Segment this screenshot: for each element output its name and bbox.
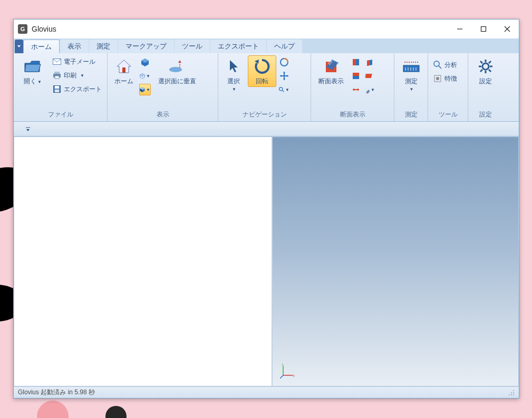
svg-rect-11 (122, 67, 125, 73)
svg-line-37 (489, 70, 491, 72)
pan-button[interactable] (278, 70, 290, 82)
svg-line-38 (489, 61, 491, 63)
svg-rect-9 (55, 86, 59, 89)
section-button[interactable]: 断面表示 (314, 55, 348, 87)
measure-button[interactable]: 測定▼ (398, 55, 424, 94)
rotate-icon (253, 57, 272, 76)
feature-button[interactable]: 特徴 (431, 72, 459, 85)
section-y-button[interactable] (350, 70, 362, 82)
svg-rect-1 (481, 27, 486, 32)
open-label: 開く (24, 77, 36, 85)
svg-point-30 (436, 77, 439, 80)
rotate-label: 回転 (256, 78, 268, 85)
group-measure-label: 測定 (398, 108, 424, 121)
svg-point-51 (509, 394, 510, 395)
tab-home[interactable]: ホーム (23, 40, 60, 53)
tab-measure[interactable]: 測定 (89, 40, 118, 53)
orbit-button[interactable] (278, 56, 290, 68)
section-col-2: ▼ (364, 55, 375, 95)
section-plane-button[interactable] (364, 70, 375, 82)
quick-toolbar (14, 122, 519, 137)
close-button[interactable] (495, 21, 519, 37)
analysis-button[interactable]: 分析 (431, 59, 459, 71)
nav-small-col: ▼ (278, 55, 290, 95)
svg-rect-10 (55, 90, 59, 92)
cube-view-column: ▼ ▼ (139, 55, 151, 95)
file-menu-tab[interactable] (15, 40, 23, 53)
print-button[interactable]: 印刷▼ (51, 69, 104, 82)
status-text: Glovius 起動済み in 5.98 秒 (18, 388, 95, 397)
home-view-button[interactable]: ホーム (111, 55, 137, 87)
svg-rect-19 (353, 73, 359, 76)
svg-point-27 (434, 61, 439, 66)
tab-display[interactable]: 表示 (60, 40, 89, 53)
svg-line-43 (280, 375, 283, 378)
tab-markup[interactable]: マークアップ (118, 40, 174, 53)
svg-point-47 (513, 392, 514, 393)
svg-point-46 (513, 390, 514, 391)
svg-point-49 (513, 394, 514, 395)
group-file-label: ファイル (17, 108, 104, 121)
zoom-dropdown[interactable]: ▼ (278, 84, 290, 95)
printer-icon (53, 71, 61, 80)
resize-grip-icon[interactable] (508, 390, 515, 396)
rotate-button[interactable]: 回転 (248, 55, 276, 87)
section-settings-button[interactable]: ▼ (364, 84, 375, 95)
maximize-button[interactable] (471, 21, 495, 37)
cube-shaded-button[interactable]: ▼ (139, 84, 151, 95)
tab-export[interactable]: エクスポート (210, 40, 266, 53)
folder-open-icon (23, 57, 42, 76)
feature-label: 特徴 (444, 74, 457, 83)
group-display-label: 表示 (111, 108, 215, 121)
minimize-button[interactable] (448, 21, 471, 37)
svg-rect-20 (365, 74, 372, 78)
axis-triad-icon: Y X (280, 363, 296, 378)
titlebar: G Glovius (14, 20, 519, 38)
ruler-icon (402, 57, 421, 76)
workspace: Y X (14, 137, 519, 386)
section-x-button[interactable] (350, 56, 362, 68)
tab-tools[interactable]: ツール (175, 40, 210, 53)
section-col-1 (350, 55, 362, 95)
section-z-button[interactable] (364, 56, 375, 68)
tab-help[interactable]: ヘルプ (267, 40, 302, 53)
svg-point-14 (279, 88, 283, 91)
open-button[interactable]: 開く▼ (17, 55, 49, 87)
magnifier-icon (433, 61, 442, 69)
export-button[interactable]: エクスポート (51, 83, 104, 95)
svg-point-12 (169, 67, 182, 72)
section-label: 断面表示 (318, 78, 344, 85)
save-icon (53, 85, 61, 93)
analysis-label: 分析 (444, 61, 457, 70)
quick-toolbar-dropdown[interactable] (23, 125, 33, 133)
svg-line-39 (480, 70, 482, 72)
section-icon (322, 57, 341, 76)
group-settings-label: 設定 (471, 108, 500, 121)
app-icon: G (18, 24, 27, 34)
export-label: エクスポート (64, 85, 102, 94)
cube-solid-button[interactable] (139, 56, 151, 68)
svg-line-36 (480, 61, 482, 63)
svg-point-50 (511, 394, 512, 395)
home-icon (114, 57, 133, 76)
email-label: 電子メール (64, 57, 95, 66)
section-reverse-button[interactable] (350, 84, 362, 95)
group-nav-label: ナビゲーション (221, 108, 307, 121)
svg-rect-5 (54, 72, 60, 74)
svg-point-48 (511, 392, 512, 393)
select-button[interactable]: 選択▼ (221, 55, 246, 94)
ribbon-tabs: ホーム 表示 測定 マークアップ ツール エクスポート ヘルプ (14, 38, 519, 53)
tree-panel[interactable] (14, 137, 272, 386)
app-title: Glovius (32, 25, 56, 33)
svg-rect-7 (55, 76, 59, 79)
perpendicular-label: 選択面に垂直 (158, 78, 196, 85)
cube-wire-button[interactable]: ▼ (139, 70, 151, 82)
perpendicular-icon (168, 57, 187, 76)
viewport-3d[interactable]: Y X (272, 137, 519, 386)
perpendicular-button[interactable]: 選択面に垂直 (153, 55, 201, 87)
measure-label: 測定 (405, 77, 418, 85)
email-button[interactable]: 電子メール (51, 55, 104, 68)
statusbar: Glovius 起動済み in 5.98 秒 (14, 386, 519, 398)
settings-button[interactable]: 設定 (471, 55, 500, 87)
print-label: 印刷 (64, 71, 76, 80)
